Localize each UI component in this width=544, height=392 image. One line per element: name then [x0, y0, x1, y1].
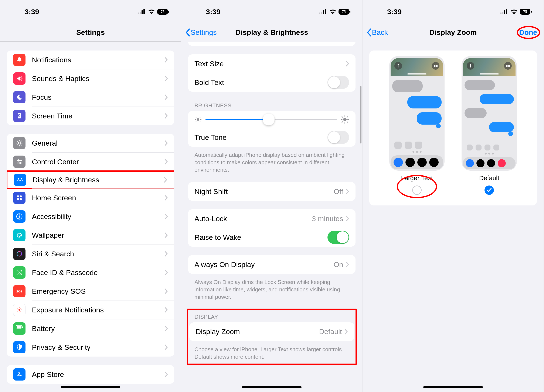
sos-icon: SOS	[13, 285, 25, 297]
svg-point-27	[18, 272, 19, 272]
zoom-option-larger[interactable]: Larger Text	[389, 56, 444, 195]
svg-point-12	[17, 159, 19, 161]
zoom-option-default[interactable]: Default	[461, 56, 517, 195]
controlcenter-label: Control Center	[32, 158, 165, 166]
status-bar: 3:39 75	[181, 0, 362, 23]
sos-label: Emergency SOS	[32, 287, 165, 295]
scrollbar[interactable]	[360, 86, 361, 144]
chevron-right-icon	[346, 61, 349, 67]
partial-row-options	[188, 42, 355, 46]
svg-point-25	[18, 235, 18, 236]
row-auto-lock[interactable]: Auto-Lock 3 minutes	[188, 209, 355, 228]
svg-rect-1	[140, 12, 141, 14]
chevron-right-icon	[165, 371, 168, 377]
svg-rect-5	[168, 11, 169, 13]
back-button[interactable]: Settings	[185, 28, 217, 37]
row-battery[interactable]: Battery	[7, 319, 174, 338]
larger-text-radio[interactable]	[412, 185, 422, 195]
battery-icon: 75	[520, 9, 532, 15]
faceid-icon	[13, 266, 25, 279]
chevron-right-icon	[165, 140, 168, 146]
appstore-icon	[13, 368, 25, 380]
default-radio[interactable]	[485, 185, 494, 195]
row-display[interactable]: AADisplay & Brightness	[7, 170, 174, 189]
nav-bar: Settings Display & Brightness	[181, 23, 362, 42]
done-button[interactable]: Done	[519, 28, 537, 36]
row-general[interactable]: General	[7, 134, 174, 152]
chevron-right-icon	[165, 213, 168, 219]
chevron-right-icon	[165, 307, 168, 313]
row-appstore[interactable]: App Store	[7, 365, 174, 384]
chevron-right-icon	[165, 251, 168, 257]
chevron-right-icon	[346, 189, 349, 194]
row-text-size[interactable]: Text Size	[188, 54, 355, 73]
row-sounds[interactable]: Sounds & Haptics	[7, 69, 174, 88]
raise-to-wake-toggle[interactable]	[327, 231, 349, 244]
row-display-zoom[interactable]: Display Zoom Default	[189, 322, 354, 341]
preview-larger	[389, 56, 444, 171]
status-indicators: 75	[138, 9, 169, 15]
brightness-slider[interactable]	[206, 119, 337, 120]
row-wallpaper[interactable]: Wallpaper	[7, 226, 174, 244]
row-siri[interactable]: Siri & Search	[7, 244, 174, 263]
svg-rect-68	[502, 12, 503, 14]
wifi-icon	[329, 9, 336, 14]
display-header: DISPLAY	[188, 311, 355, 322]
row-accessibility[interactable]: Accessibility	[7, 207, 174, 226]
row-controlcenter[interactable]: Control Center	[7, 152, 174, 171]
back-button[interactable]: Back	[366, 28, 388, 37]
row-homescreen[interactable]: Home Screen	[7, 189, 174, 207]
row-night-shift[interactable]: Night Shift Off	[188, 182, 355, 201]
svg-rect-17	[17, 198, 19, 200]
camera-icon	[432, 62, 439, 70]
svg-point-37	[18, 311, 18, 312]
display-icon: AA	[14, 174, 26, 186]
chevron-right-icon	[165, 159, 168, 165]
check-icon	[487, 188, 492, 192]
svg-point-31	[19, 307, 20, 308]
svg-point-28	[20, 272, 21, 272]
row-raise-to-wake[interactable]: Raise to Wake	[188, 228, 355, 247]
home-indicator[interactable]	[61, 386, 120, 388]
status-indicators: 75	[319, 9, 350, 15]
svg-rect-3	[143, 9, 145, 14]
home-indicator[interactable]	[423, 386, 483, 388]
true-tone-footer: Automatically adapt iPhone display based…	[188, 149, 355, 174]
svg-rect-0	[138, 12, 139, 14]
wallpaper-icon	[13, 229, 25, 241]
row-always-on[interactable]: Always On Display On	[188, 255, 355, 274]
row-true-tone[interactable]: True Tone	[188, 128, 355, 147]
row-exposure[interactable]: Exposure Notifications	[7, 300, 174, 319]
svg-rect-42	[319, 12, 320, 14]
sounds-icon	[13, 72, 25, 85]
row-focus[interactable]: Focus	[7, 88, 174, 107]
row-notifications[interactable]: Notifications	[7, 51, 174, 69]
chevron-right-icon	[165, 344, 168, 350]
appstore-label: App Store	[32, 370, 165, 379]
row-faceid[interactable]: Face ID & Passcode	[7, 263, 174, 282]
row-sos[interactable]: SOSEmergency SOS	[7, 282, 174, 300]
battery-icon: 75	[157, 9, 169, 15]
chevron-right-icon	[165, 270, 168, 276]
row-screentime[interactable]: Screen Time	[7, 107, 174, 125]
home-indicator[interactable]	[242, 386, 302, 388]
svg-point-32	[19, 312, 20, 312]
svg-text:AA: AA	[17, 177, 23, 182]
true-tone-toggle[interactable]	[327, 131, 349, 144]
svg-line-64	[347, 122, 348, 122]
svg-line-63	[342, 116, 343, 117]
svg-rect-47	[349, 11, 350, 13]
row-bold-text[interactable]: Bold Text	[188, 73, 355, 92]
screentime-label: Screen Time	[32, 112, 165, 120]
bold-text-toggle[interactable]	[327, 76, 349, 89]
chevron-left-icon	[185, 28, 190, 37]
chevron-right-icon	[165, 75, 168, 81]
chevron-right-icon	[165, 57, 168, 63]
row-privacy[interactable]: Privacy & Security	[7, 338, 174, 357]
true-tone-label: True Tone	[195, 133, 327, 142]
night-shift-label: Night Shift	[195, 187, 334, 196]
settings-list[interactable]: NotificationsSounds & HapticsFocusScreen…	[0, 42, 181, 392]
cellular-icon	[138, 9, 146, 14]
bold-text-label: Bold Text	[195, 78, 327, 86]
svg-rect-44	[323, 10, 324, 14]
